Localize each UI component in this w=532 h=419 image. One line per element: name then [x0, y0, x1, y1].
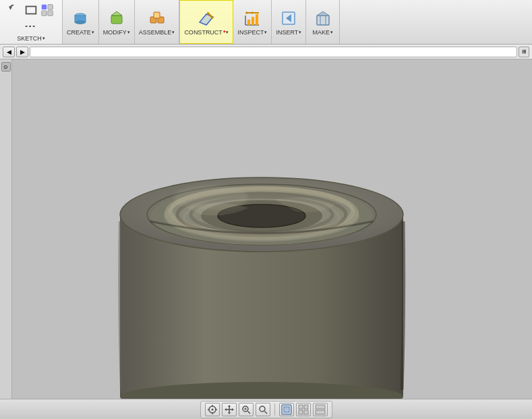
forward-button[interactable]: ▶ [16, 47, 28, 57]
construct-icon [197, 9, 216, 28]
bottom-toolbar [0, 399, 532, 419]
svg-marker-54 [228, 412, 231, 414]
svg-rect-20 [252, 17, 254, 25]
svg-point-48 [211, 408, 213, 410]
svg-rect-70 [316, 410, 325, 414]
svg-rect-21 [256, 14, 258, 25]
toolbar-group-assemble[interactable]: ASSEMBLE▾ [135, 0, 180, 44]
rect-icon [24, 3, 38, 18]
toolbar-group-create[interactable]: CREATE▾ [63, 0, 99, 44]
navigation-tools [200, 401, 332, 418]
create-label: CREATE▾ [67, 29, 94, 36]
undo-arc-icon [7, 3, 22, 18]
svg-marker-55 [225, 408, 227, 411]
svg-rect-4 [48, 10, 53, 15]
svg-rect-64 [284, 407, 289, 412]
svg-line-62 [264, 411, 267, 414]
view-home-button[interactable]: ⊙ [1, 62, 11, 72]
breadcrumb [30, 47, 517, 57]
assemble-label: ASSEMBLE▾ [139, 29, 175, 36]
svg-rect-3 [42, 10, 47, 15]
secondary-toolbar: ◀ ▶ ⊞ [0, 45, 532, 59]
svg-point-61 [260, 406, 265, 412]
svg-rect-65 [299, 405, 303, 409]
inspect-label: INSPECT▾ [237, 29, 267, 36]
orbit-button[interactable] [205, 403, 220, 416]
divider [274, 403, 275, 416]
svg-rect-68 [304, 410, 308, 414]
pan-button[interactable] [222, 403, 237, 416]
svg-rect-0 [26, 6, 36, 13]
zoom-window-button[interactable] [239, 403, 254, 416]
insert-label: INSERT▾ [276, 29, 301, 36]
layout-button[interactable] [313, 403, 328, 416]
svg-rect-2 [48, 4, 53, 9]
svg-point-8 [75, 20, 86, 24]
3d-model [39, 66, 477, 399]
assemble-icon [148, 9, 167, 28]
svg-rect-28 [317, 16, 329, 25]
toolbar-group-construct[interactable]: CONSTRUCT *▾ [179, 0, 233, 44]
svg-rect-13 [154, 12, 160, 18]
svg-rect-67 [299, 410, 303, 414]
grid-icon [40, 3, 55, 18]
zoom-fit-button[interactable] [256, 403, 270, 416]
svg-line-58 [247, 411, 250, 414]
toolbar-group-make[interactable]: MAKE▾ [306, 0, 340, 44]
line-icon [24, 19, 38, 34]
construct-label: CONSTRUCT *▾ [184, 29, 229, 36]
svg-rect-1 [42, 4, 47, 9]
modify-label: MODIFY▾ [103, 29, 130, 36]
svg-rect-66 [304, 405, 308, 409]
make-icon [314, 9, 332, 28]
svg-marker-56 [232, 408, 234, 411]
back-button[interactable]: ◀ [3, 47, 15, 57]
sketch-label: SKETCH▾ [17, 35, 45, 42]
svg-rect-69 [316, 405, 325, 409]
svg-rect-9 [111, 16, 122, 24]
insert-icon [279, 9, 298, 28]
svg-marker-10 [111, 11, 122, 16]
display-mode-button[interactable] [279, 403, 294, 416]
svg-marker-53 [228, 405, 231, 407]
create-icon [71, 9, 90, 28]
toolbar-group-sketch[interactable]: SKETCH▾ [0, 0, 63, 44]
svg-marker-29 [317, 11, 329, 16]
left-panel: ⊙ [0, 59, 12, 399]
main-area: ⊙ [0, 59, 532, 399]
modify-icon [107, 9, 126, 28]
make-label: MAKE▾ [312, 29, 333, 36]
toolbar-group-modify[interactable]: MODIFY▾ [99, 0, 135, 44]
inspect-icon [243, 9, 262, 28]
toolbar-group-insert[interactable]: INSERT▾ [272, 0, 306, 44]
grid-button[interactable] [296, 403, 311, 416]
view-cube-button[interactable]: ⊞ [519, 47, 529, 57]
main-toolbar: SKETCH▾ CREATE▾ [0, 0, 532, 45]
viewport[interactable] [12, 59, 532, 399]
svg-rect-19 [247, 20, 250, 25]
toolbar-group-inspect[interactable]: INSPECT▾ [233, 0, 272, 44]
